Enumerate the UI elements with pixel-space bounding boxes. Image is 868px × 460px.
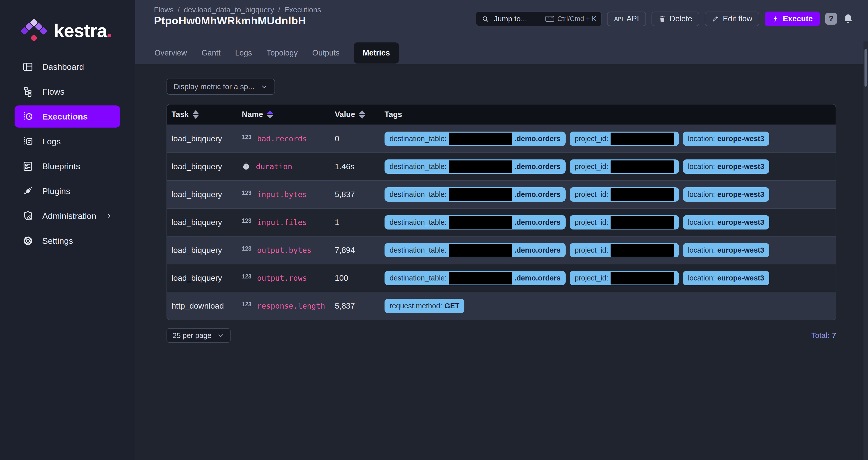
tag-pill: location:europe-west3	[683, 159, 769, 174]
tag-pill: project_id:	[569, 243, 679, 257]
flows-icon	[22, 86, 34, 97]
api-button[interactable]: API API	[607, 11, 646, 26]
sidebar-item-dashboard[interactable]: Dashboard	[14, 56, 120, 78]
metric-name[interactable]: response.length	[257, 302, 325, 310]
sidebar-item-logs[interactable]: Logs	[14, 130, 120, 153]
sort-control[interactable]	[267, 110, 273, 119]
tag-pill: project_id:	[569, 159, 679, 174]
tag-pill: destination_table:.demo.orders	[384, 243, 566, 257]
value-cell: 7,894	[335, 245, 384, 255]
execute-button[interactable]: Execute	[765, 11, 820, 26]
jump-to-search[interactable]: Ctrl/Cmd + K	[476, 11, 601, 26]
sort-control[interactable]	[193, 110, 199, 119]
timer-icon	[242, 162, 250, 171]
metric-name[interactable]: bad.records	[257, 134, 307, 143]
numeric-icon: 123	[242, 275, 251, 282]
metric-task-select[interactable]: Display metric for a sp...	[166, 78, 275, 95]
tab-outputs[interactable]: Outputs	[312, 48, 340, 58]
edit-flow-button[interactable]: Edit flow	[705, 11, 759, 26]
bolt-icon	[772, 15, 779, 23]
sidebar-item-label: Plugins	[42, 186, 70, 196]
column-header-name[interactable]: Name	[242, 110, 335, 119]
chevron-down-icon	[217, 332, 224, 339]
kestra-logo[interactable]: kestra.	[0, 0, 135, 44]
chevron-right-icon	[105, 212, 113, 220]
help-icon[interactable]: ?	[825, 13, 837, 25]
name-cell: 123output.bytes	[242, 246, 335, 255]
table-row[interactable]: load_biqquery123bad.records0destination_…	[167, 125, 836, 153]
name-cell: 123input.files	[242, 218, 335, 227]
tag-label: location:	[688, 246, 715, 254]
tag-label: location:	[688, 190, 715, 199]
tab-gantt[interactable]: Gantt	[201, 48, 221, 58]
sidebar-item-blueprints[interactable]: Blueprints	[14, 155, 120, 177]
sidebar-item-settings[interactable]: Settings	[14, 230, 120, 252]
sidebar-item-label: Administration	[42, 211, 96, 221]
metrics-table: TaskNameValueTags load_biqquery123bad.re…	[166, 104, 836, 320]
tags-cell: destination_table:.demo.ordersproject_id…	[384, 132, 836, 146]
tag-value: europe-west3	[717, 135, 764, 143]
metric-name[interactable]: duration	[256, 162, 292, 171]
tag-label: project_id:	[575, 218, 608, 227]
sidebar-item-plugins[interactable]: Plugins	[14, 180, 120, 202]
tab-overview[interactable]: Overview	[154, 48, 187, 58]
tag-value: europe-west3	[717, 162, 764, 171]
bell-icon[interactable]	[842, 13, 854, 25]
tag-value: europe-west3	[717, 218, 764, 227]
search-input[interactable]	[493, 14, 541, 23]
scrollbar-thumb[interactable]	[865, 49, 867, 87]
column-header-value[interactable]: Value	[335, 110, 384, 119]
metric-name[interactable]: input.bytes	[257, 190, 307, 199]
sort-control[interactable]	[359, 110, 365, 119]
tab-metrics[interactable]: Metrics	[353, 42, 399, 64]
tag-pill: project_id:	[569, 187, 679, 202]
breadcrumb: Flows/dev.load_data_to_bigquery/Executio…	[154, 5, 321, 14]
tag-pill: project_id:	[569, 271, 679, 285]
tag-pill: destination_table:.demo.orders	[384, 271, 566, 285]
page-title: PtpoHw0MhWRkmhMUdnlbH	[154, 14, 306, 27]
table-row[interactable]: http_download123response.length5,837requ…	[167, 292, 836, 320]
tag-pill: destination_table:.demo.orders	[384, 159, 566, 174]
breadcrumb-item-dev-load-data-to-bigquery[interactable]: dev.load_data_to_bigquery	[184, 5, 274, 14]
per-page-select[interactable]: 25 per page	[166, 328, 230, 343]
breadcrumb-item-executions[interactable]: Executions	[284, 5, 321, 14]
metric-name[interactable]: output.bytes	[257, 246, 311, 255]
metric-name[interactable]: input.files	[257, 218, 307, 227]
topbar-actions: Ctrl/Cmd + K API API Delete Edit flow	[476, 11, 854, 26]
numeric-icon: 123	[242, 247, 251, 254]
tag-pill: location:europe-west3	[683, 187, 769, 202]
tag-pill: project_id:	[569, 215, 679, 230]
name-cell: 123bad.records	[242, 134, 335, 143]
sidebar-item-administration[interactable]: Administration	[14, 205, 120, 227]
tag-value: .demo.orders	[515, 190, 561, 199]
column-header-task[interactable]: Task	[172, 110, 242, 119]
delete-button[interactable]: Delete	[651, 11, 699, 26]
tag-pill: location:europe-west3	[683, 271, 769, 285]
redacted-value	[449, 272, 512, 285]
content: Display metric for a sp... TaskNameValue…	[135, 64, 868, 460]
tag-label: destination_table:	[390, 162, 446, 171]
metric-name[interactable]: output.rows	[257, 274, 307, 283]
breadcrumb-item-flows[interactable]: Flows	[154, 5, 174, 14]
table-row[interactable]: load_biqquery123input.files1destination_…	[167, 208, 836, 236]
search-shortcut: Ctrl/Cmd + K	[545, 15, 596, 23]
redacted-value	[611, 272, 674, 285]
table-row[interactable]: load_biqqueryduration1.46sdestination_ta…	[167, 153, 836, 180]
sidebar-item-flows[interactable]: Flows	[14, 80, 120, 103]
total-count: Total:7	[811, 331, 836, 340]
tag-pill: destination_table:.demo.orders	[384, 132, 566, 146]
table-row[interactable]: load_biqquery123output.rows100destinatio…	[167, 264, 836, 292]
tab-topology[interactable]: Topology	[266, 48, 298, 58]
redacted-value	[611, 216, 674, 229]
tab-logs[interactable]: Logs	[235, 48, 252, 58]
redacted-value	[449, 244, 512, 257]
tag-value: europe-west3	[717, 190, 764, 199]
table-row[interactable]: load_biqquery123input.bytes5,837destinat…	[167, 180, 836, 208]
scrollbar-track[interactable]	[864, 41, 868, 460]
tag-label: location:	[688, 162, 715, 171]
sidebar-item-executions[interactable]: Executions	[14, 105, 120, 128]
column-header-tags: Tags	[384, 110, 836, 119]
numeric-icon: 123	[242, 302, 251, 309]
table-row[interactable]: load_biqquery123output.bytes7,894destina…	[167, 236, 836, 264]
task-cell: load_biqquery	[172, 134, 242, 143]
